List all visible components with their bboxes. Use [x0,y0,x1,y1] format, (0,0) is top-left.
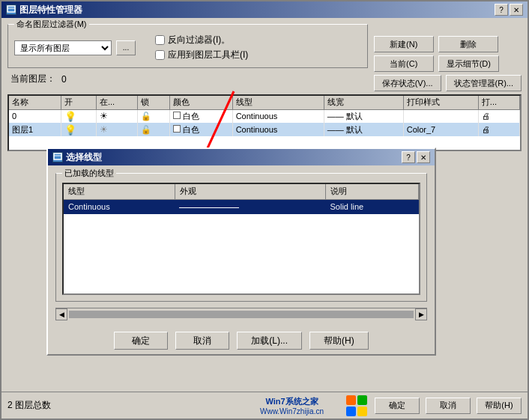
linetype-appearance [175,199,325,214]
svg-rect-8 [346,407,356,416]
delete-button[interactable]: 删除 [438,36,498,52]
col-linetype: 线型 [64,184,175,199]
layer-on[interactable]: 💡 [61,109,96,123]
btn-row-3: 保存状态(V)... 状态管理器(R)... [374,75,522,91]
table-row[interactable] [64,274,419,289]
col-header-color: 颜色 [170,96,232,109]
brand-url: Www.Win7zhijia.cn [260,407,324,416]
help-button[interactable]: ? [495,4,508,16]
main-content: 命名图层过滤器(M) 显示所有图层 ... 反向过滤器(I)。 [1,18,528,160]
close-button[interactable]: ✕ [510,4,523,16]
table-row[interactable]: Continuous Solid line [64,199,419,214]
dialog-help-button[interactable]: ? [402,151,415,163]
checkbox-apply[interactable]: 应用到图层工具栏(I) [155,49,248,61]
table-row[interactable] [64,244,419,259]
help-button[interactable]: 帮助(H) [309,332,369,350]
title-buttons: ? ✕ [495,4,523,16]
dialog-content: 已加载的线型 线型 外观 说明 Continuous [48,165,435,327]
dialog-title-bar: 选择线型 ? ✕ [48,149,435,165]
layer-linewidth[interactable]: —— 默认 [324,123,403,136]
btn-row-1: 新建(N) 删除 [374,36,522,52]
bottom-buttons: Win7系统之家 Www.Win7zhijia.cn 确定 取消 帮助(H) [260,394,522,418]
dialog-title-text: 选择线型 [66,151,102,164]
ok-button[interactable]: 确定 [114,332,168,350]
layer-color[interactable]: 白色 [170,109,232,123]
win7-brand: Win7系统之家 Www.Win7zhijia.cn [260,396,324,416]
linetype-description: Solid line [325,199,418,214]
table-row[interactable] [64,214,419,229]
svg-rect-6 [346,395,356,405]
linetype-table: 线型 外观 说明 Continuous Solid line [64,184,419,289]
current-button[interactable]: 当前(C) [374,55,434,72]
main-window: 图层特性管理器 ? ✕ 命名图层过滤器(M) 显示所有图层 ... [0,0,529,420]
layer-lock[interactable]: 🔓 [138,109,170,123]
svg-rect-4 [54,153,61,159]
bottom-bar: 2 图层总数 Win7系统之家 Www.Win7zhijia.cn 确定 取消 … [1,392,528,419]
bottom-help-button[interactable]: 帮助(H) [477,398,522,414]
filter-section: 命名图层过滤器(M) 显示所有图层 ... 反向过滤器(I)。 [7,24,368,68]
dialog-title-left: 选择线型 [52,151,102,164]
layer-printstyle [403,109,478,123]
dialog-button-row: 确定 取消 加载(L)... 帮助(H) [48,327,435,354]
current-layer-label: 当前图层： [10,73,55,85]
load-button[interactable]: 加载(L)... [237,332,302,350]
main-title-bar: 图层特性管理器 ? ✕ [1,1,528,18]
table-row[interactable]: 0 💡 ☀ 🔓 白色 Continuous —— 默认 🖨 [9,109,520,123]
col-description: 说明 [325,184,418,199]
table-row[interactable]: 图层1 💡 ☀ 🔓 白色 Continuous —— 默认 Color_7 🖨 [9,123,520,136]
layer-on[interactable]: 💡 [61,123,96,136]
col-header-linewidth: 线宽 [324,96,403,109]
dialog-close-button[interactable]: ✕ [417,151,430,163]
scroll-right-button[interactable]: ▶ [415,308,427,320]
table-row[interactable] [64,229,419,244]
current-layer-info: 当前图层： 0 [10,73,368,85]
title-bar-left: 图层特性管理器 [6,4,82,16]
linetype-group: 已加载的线型 线型 外观 说明 Continuous [55,173,427,302]
checkbox-reverse[interactable]: 反向过滤器(I)。 [155,34,248,46]
col-header-printstyle: 打印样式 [403,96,478,109]
layer-table-wrapper: 名称 开 在... 锁 颜色 线型 线宽 打印样式 打... 0 💡 [7,94,522,151]
layer-color[interactable]: 白色 [170,123,232,136]
layer-visible[interactable]: ☀ [96,123,137,136]
filter-row: 显示所有图层 ... 反向过滤器(I)。 应用到图层工具栏(I) [14,34,361,61]
bottom-ok-button[interactable]: 确定 [375,398,420,414]
new-button[interactable]: 新建(N) [374,36,434,52]
svg-rect-9 [357,407,367,416]
layer-table: 名称 开 在... 锁 颜色 线型 线宽 打印样式 打... 0 💡 [9,96,520,136]
layer-lock[interactable]: 🔓 [138,123,170,136]
layer-printstyle: Color_7 [403,123,478,136]
main-window-title: 图层特性管理器 [19,4,82,16]
layer-linetype[interactable]: Continuous [232,123,324,136]
btn-row-2: 当前(C) 显示细节(D) [374,55,522,72]
layer-visible[interactable]: ☀ [96,109,137,123]
layer-linewidth[interactable]: —— 默认 [324,109,403,123]
horizontal-scrollbar[interactable]: ◀ ▶ [55,308,427,320]
svg-rect-7 [357,395,367,405]
show-detail-button[interactable]: 显示细节(D) [438,55,499,72]
current-layer-value: 0 [61,74,67,85]
select-linetype-dialog: 选择线型 ? ✕ 已加载的线型 线型 外观 说明 [46,147,436,356]
scroll-track[interactable] [69,311,414,318]
col-header-lock: 锁 [138,96,170,109]
filter-browse-button[interactable]: ... [116,40,136,55]
filter-select[interactable]: 显示所有图层 [14,40,112,55]
col-appearance: 外观 [175,184,325,199]
svg-rect-0 [7,6,15,12]
state-manager-button[interactable]: 状态管理器(R)... [446,75,522,91]
layer-name: 图层1 [9,123,61,136]
dialog-title-buttons: ? ✕ [402,151,430,163]
save-state-button[interactable]: 保存状态(V)... [374,75,441,91]
layer-linetype[interactable]: Continuous [232,109,324,123]
windows-logo [345,394,369,418]
brand-text: Win7系统之家 [265,396,318,407]
table-row[interactable] [64,259,419,274]
group-box-label: 已加载的线型 [62,168,116,179]
app-icon [6,4,16,15]
cancel-button[interactable]: 取消 [175,332,229,350]
col-header-on: 开 [61,96,96,109]
bottom-cancel-button[interactable]: 取消 [426,398,471,414]
col-header-name: 名称 [9,96,61,109]
col-header-visible: 在... [96,96,137,109]
scroll-left-button[interactable]: ◀ [55,308,67,320]
layer-name: 0 [9,109,61,123]
